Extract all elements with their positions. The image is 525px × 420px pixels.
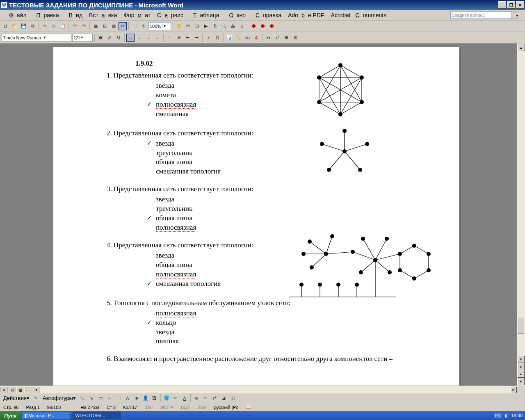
shadow-icon[interactable]: ◪: [219, 394, 228, 402]
print-view-icon[interactable]: ▦: [17, 387, 24, 393]
document-area[interactable]: 1.9.021. Представленная сеть соответству…: [0, 43, 517, 386]
drawing-icon[interactable]: ✏: [119, 22, 127, 30]
font-combo[interactable]: Times New Roman▼: [2, 34, 71, 42]
font-size-combo[interactable]: 12▼: [72, 34, 93, 42]
line-style-icon[interactable]: ≡: [192, 394, 201, 402]
menu-table[interactable]: Таблица: [187, 11, 223, 19]
lang-indicator[interactable]: EN: [493, 413, 502, 419]
minimize-button[interactable]: _: [498, 1, 506, 9]
show-para-icon[interactable]: ¶: [139, 22, 148, 30]
superscript-icon[interactable]: x²: [273, 34, 281, 42]
arrow-style-icon[interactable]: ⇄: [210, 394, 219, 402]
merge-icon[interactable]: ⊡: [193, 22, 201, 30]
status-lang[interactable]: русский (Ро: [212, 405, 240, 410]
outline-view-icon[interactable]: ⋮: [25, 387, 32, 393]
menu-edit[interactable]: Правка: [30, 11, 62, 19]
chart-icon[interactable]: 📊: [225, 34, 233, 42]
menu-adobe-pdf[interactable]: Adobe PDF: [285, 11, 327, 19]
status-ext[interactable]: ВДЛ: [179, 405, 192, 410]
bullet-list-icon[interactable]: ⁝≡: [174, 34, 183, 42]
open-icon[interactable]: 📂: [11, 22, 19, 30]
align-justify-icon[interactable]: ≡: [153, 34, 162, 42]
vertical-scrollbar[interactable]: ▲ ▼ ● ▲ ▼: [517, 43, 525, 386]
align-right-icon[interactable]: ≡: [144, 34, 153, 42]
envelope-icon[interactable]: ✉: [184, 22, 192, 30]
print-preview-icon[interactable]: 🔍: [220, 22, 228, 30]
save-icon[interactable]: 💾: [20, 22, 28, 30]
taskbar-item-powerpoint[interactable]: ◧ Microsoft P...: [21, 411, 71, 420]
align-left-icon[interactable]: ≡: [126, 34, 135, 42]
horizontal-scrollbar[interactable]: ≡ ⊞ ▦ ⋮ ◄ ►: [0, 386, 517, 394]
status-trk[interactable]: ИСПР: [159, 405, 175, 410]
borders-icon[interactable]: ⊡: [291, 34, 299, 42]
restore-button[interactable]: ❐: [507, 1, 515, 9]
oval-icon[interactable]: ○: [105, 394, 114, 402]
diagram-icon[interactable]: ◈: [132, 394, 141, 402]
normal-view-icon[interactable]: ≡: [0, 387, 8, 393]
menu-tools[interactable]: Сервис: [154, 11, 187, 19]
menu-format[interactable]: Формат: [120, 11, 154, 19]
arrow-icon[interactable]: ↘: [87, 394, 96, 402]
close-button[interactable]: ✕: [516, 1, 524, 9]
menu-acrobat-comments[interactable]: Acrobat Comments: [327, 11, 390, 19]
ruler-icon[interactable]: 📏: [234, 34, 242, 42]
sound-icon[interactable]: ♪: [204, 34, 212, 42]
page-num-icon[interactable]: 1: [238, 22, 246, 30]
dash-style-icon[interactable]: ┅: [201, 394, 210, 402]
clipart-icon[interactable]: 👤: [142, 394, 150, 402]
pdf-icon[interactable]: ⬢: [250, 22, 258, 30]
indent-in-icon[interactable]: ⇥: [192, 34, 201, 42]
pdf-review-icon[interactable]: ⬢: [268, 22, 276, 30]
fill-color-icon[interactable]: 🪣: [162, 394, 171, 402]
ask-question-input[interactable]: [450, 11, 512, 19]
italic-icon[interactable]: К: [105, 34, 114, 42]
spellcheck-icon[interactable]: 📖: [244, 404, 251, 410]
font-color-icon[interactable]: A: [252, 34, 260, 42]
save-all-icon[interactable]: ⧉: [29, 22, 37, 30]
para-icon[interactable]: ⊞: [282, 34, 290, 42]
wordart-icon[interactable]: A: [123, 394, 132, 402]
play-icon[interactable]: ▶: [202, 22, 210, 30]
autoshapes-menu[interactable]: Автофигуры▾: [41, 395, 78, 401]
menu-help[interactable]: Справка: [249, 11, 285, 19]
start-button[interactable]: Пуск: [0, 411, 21, 420]
align-center-icon[interactable]: ≡: [135, 34, 144, 42]
menu-view[interactable]: Вид: [62, 11, 86, 19]
font-color-draw-icon[interactable]: A: [180, 394, 189, 402]
undo-icon[interactable]: ↶: [71, 22, 79, 30]
actions-menu[interactable]: Действия▾: [2, 395, 31, 401]
underline-icon[interactable]: Ч: [114, 34, 123, 42]
web-view-icon[interactable]: ⊞: [9, 387, 16, 393]
sort-icon[interactable]: ⇅: [211, 22, 219, 30]
status-rec[interactable]: ЗАП: [143, 405, 155, 410]
tray-icon[interactable]: ◐: [504, 413, 509, 418]
indent-out-icon[interactable]: ⇤: [183, 34, 192, 42]
zoom-combo[interactable]: 100%▼: [148, 22, 171, 30]
copy-icon[interactable]: ⎘: [50, 22, 58, 30]
taskbar-item-word[interactable]: W ТЕСТОВЫ...: [72, 411, 121, 420]
equation-icon[interactable]: √α: [243, 34, 251, 42]
picture-icon[interactable]: 🖼: [151, 394, 159, 402]
3d-icon[interactable]: ◫: [228, 394, 237, 402]
status-ovr[interactable]: ЗАМ: [196, 405, 208, 410]
clock[interactable]: 19:30: [511, 413, 523, 418]
numbered-list-icon[interactable]: ≔: [165, 34, 173, 42]
hand-icon[interactable]: ✋: [175, 22, 183, 30]
line-color-icon[interactable]: ✏: [171, 394, 180, 402]
symbol-icon[interactable]: Ω: [213, 34, 221, 42]
rect-icon[interactable]: ▭: [96, 394, 105, 402]
new-doc-icon[interactable]: 🗋: [2, 22, 10, 30]
paste-icon[interactable]: 📋: [59, 22, 67, 30]
textbox-icon[interactable]: ⬚: [114, 394, 123, 402]
tables-icon[interactable]: ▦: [91, 22, 100, 30]
line-icon[interactable]: ＼: [78, 394, 87, 402]
insert-table-icon[interactable]: ⊞: [100, 22, 109, 30]
bold-icon[interactable]: Ж: [96, 34, 105, 42]
menu-file[interactable]: Файл: [2, 11, 30, 19]
ask-question-box[interactable]: ▼: [447, 11, 523, 20]
columns-icon[interactable]: ▥: [110, 22, 118, 30]
map-icon[interactable]: ⬚: [130, 22, 139, 30]
print-icon[interactable]: 🖶: [229, 22, 237, 30]
select-arrow-icon[interactable]: ↖: [32, 394, 40, 402]
menu-window[interactable]: Окно: [223, 11, 249, 19]
